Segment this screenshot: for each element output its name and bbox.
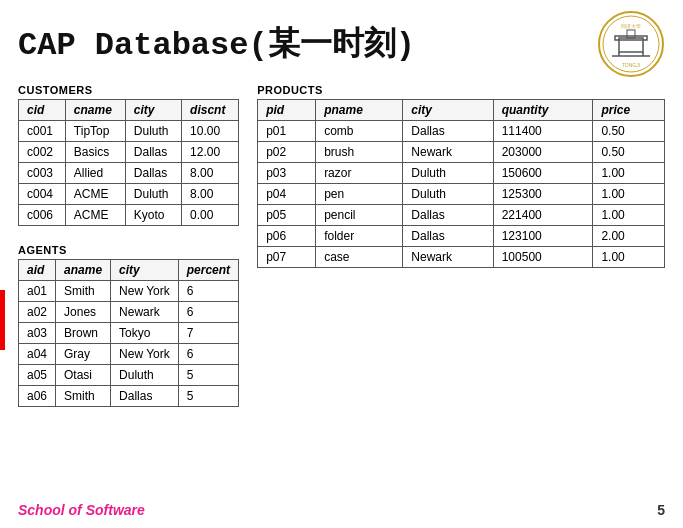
table-cell: Dallas [125,163,181,184]
table-row: a06SmithDallas5 [19,386,239,407]
svg-text:TONGJI: TONGJI [622,62,640,68]
customers-header-row: cid cname city discnt [19,100,239,121]
products-section: PRODUCTS pid pname city quantity price p… [257,84,665,268]
table-cell: 1.00 [593,205,665,226]
table-cell: folder [316,226,403,247]
table-cell: 1.00 [593,184,665,205]
table-row: c002BasicsDallas12.00 [19,142,239,163]
table-cell: 1.00 [593,163,665,184]
agents-col-percent: percent [178,260,238,281]
table-cell: 0.00 [182,205,239,226]
table-row: p03razorDuluth1506001.00 [258,163,665,184]
table-row: a04GrayNew York6 [19,344,239,365]
customers-col-city: city [125,100,181,121]
page-title: CAP Database(某一时刻) [18,22,415,66]
agents-section: AGENTS aid aname city percent a01SmithNe… [18,244,239,407]
right-panel: PRODUCTS pid pname city quantity price p… [257,84,665,407]
customers-table: cid cname city discnt c001TipTopDuluth10… [18,99,239,226]
table-cell: ACME [65,184,125,205]
products-col-pid: pid [258,100,316,121]
table-cell: a01 [19,281,56,302]
table-cell: New York [111,281,179,302]
table-cell: c003 [19,163,66,184]
table-cell: 6 [178,302,238,323]
table-cell: New York [111,344,179,365]
table-cell: 5 [178,386,238,407]
table-cell: Duluth [111,365,179,386]
table-cell: Duluth [125,184,181,205]
footer-school-text: School of Software [18,502,145,518]
table-cell: Dallas [403,226,493,247]
agents-col-aname: aname [56,260,111,281]
table-row: c001TipTopDuluth10.00 [19,121,239,142]
table-cell: 123100 [493,226,593,247]
footer: School of Software 5 [0,502,683,518]
table-cell: Duluth [125,121,181,142]
products-label: PRODUCTS [257,84,665,96]
table-cell: c004 [19,184,66,205]
table-cell: Newark [403,142,493,163]
table-cell: 2.00 [593,226,665,247]
agents-label: AGENTS [18,244,239,256]
table-cell: Duluth [403,163,493,184]
table-cell: p01 [258,121,316,142]
table-cell: p04 [258,184,316,205]
table-cell: Kyoto [125,205,181,226]
customers-col-cid: cid [19,100,66,121]
table-cell: c001 [19,121,66,142]
table-cell: Otasi [56,365,111,386]
products-col-pname: pname [316,100,403,121]
table-row: a01SmithNew York6 [19,281,239,302]
customers-label: CUSTOMERS [18,84,239,96]
customers-col-discnt: discnt [182,100,239,121]
table-row: c004ACMEDuluth8.00 [19,184,239,205]
table-cell: Dallas [125,142,181,163]
svg-rect-4 [627,30,635,38]
table-cell: Tokyo [111,323,179,344]
table-cell: c002 [19,142,66,163]
customers-section: CUSTOMERS cid cname city discnt c001TipT… [18,84,239,226]
table-cell: c006 [19,205,66,226]
table-cell: 221400 [493,205,593,226]
svg-text:同济大学: 同济大学 [621,23,641,29]
table-cell: a06 [19,386,56,407]
table-cell: 203000 [493,142,593,163]
table-row: p07caseNewark1005001.00 [258,247,665,268]
table-cell: p07 [258,247,316,268]
table-row: a05OtasiDuluth5 [19,365,239,386]
table-cell: comb [316,121,403,142]
table-cell: Newark [111,302,179,323]
table-cell: a05 [19,365,56,386]
table-cell: 10.00 [182,121,239,142]
products-header-row: pid pname city quantity price [258,100,665,121]
table-cell: 6 [178,281,238,302]
table-cell: Duluth [403,184,493,205]
products-col-price: price [593,100,665,121]
agents-header-row: aid aname city percent [19,260,239,281]
table-cell: 1.00 [593,247,665,268]
table-row: p05pencilDallas2214001.00 [258,205,665,226]
table-row: p06folderDallas1231002.00 [258,226,665,247]
table-cell: Brown [56,323,111,344]
table-cell: 0.50 [593,142,665,163]
products-col-quantity: quantity [493,100,593,121]
table-cell: 125300 [493,184,593,205]
left-panel: CUSTOMERS cid cname city discnt c001TipT… [18,84,239,407]
table-cell: pencil [316,205,403,226]
table-row: a03BrownTokyo7 [19,323,239,344]
agents-col-city: city [111,260,179,281]
customers-col-cname: cname [65,100,125,121]
table-cell: pen [316,184,403,205]
table-cell: Dallas [403,121,493,142]
footer-page-number: 5 [657,502,665,518]
table-cell: 6 [178,344,238,365]
main-content: CUSTOMERS cid cname city discnt c001TipT… [0,84,683,407]
table-row: p01combDallas1114000.50 [258,121,665,142]
header: CAP Database(某一时刻) TONGJI 同济大学 [0,0,683,84]
table-cell: Smith [56,281,111,302]
table-cell: p02 [258,142,316,163]
table-cell: Smith [56,386,111,407]
agents-table: aid aname city percent a01SmithNew York6… [18,259,239,407]
table-cell: a03 [19,323,56,344]
table-cell: brush [316,142,403,163]
